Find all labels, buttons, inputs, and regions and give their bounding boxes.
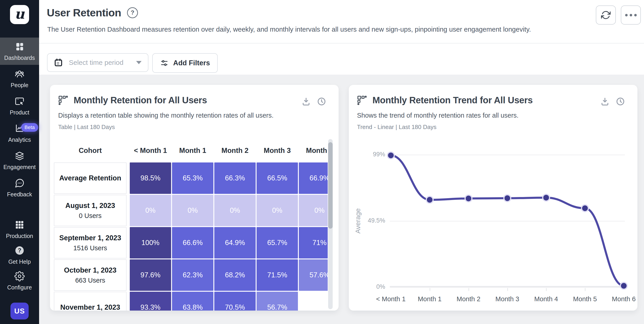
table-column-header: Month 3 [256,140,298,161]
retention-cell: 0% [130,195,171,226]
production-icon [14,220,25,230]
trend-line [391,155,624,286]
cohort-cell: September 1, 20231516 Users [54,227,126,258]
retention-cell: 71.5% [256,259,298,291]
retention-trend-card: Monthly Retention Trend for All Users Sh… [349,85,638,310]
retention-cell: 64.9% [214,227,256,258]
cohort-label: August 1, 2023 [66,202,115,210]
help-icon[interactable]: ? [127,7,138,18]
sidebar-item-configure[interactable]: Configure [0,268,39,294]
sidebar-item-product[interactable]: Product [0,92,39,119]
sidebar-item-label: Production [6,233,33,239]
app-logo-glyph: u [14,7,24,21]
calendar-icon [54,58,63,67]
widget-icon [58,95,68,105]
retention-cell: 66.6% [172,227,214,258]
cohort-label: October 1, 2023 [64,266,116,274]
add-filters-label: Add Filters [173,59,210,67]
table-column-header: Cohort [54,140,126,161]
retention-table-card: Monthly Retention for All Users Displays… [50,85,338,310]
data-point [504,195,511,202]
sidebar: u DashboardsPeopleProductAnalyticsBetaEn… [0,0,39,324]
retention-table: Cohort< Month 1Month 1Month 2Month 3Mont… [54,140,328,310]
retention-cell: 68.2% [214,259,256,291]
cohort-label: September 1, 2023 [59,234,121,242]
refresh-button[interactable] [596,6,616,25]
retention-cell: 56.7% [256,292,298,310]
retention-cell: 65.3% [172,163,214,194]
data-point [543,194,550,201]
data-point [465,195,472,202]
cohort-users: 663 Users [75,277,105,284]
people-icon [14,69,25,79]
sidebar-item-people[interactable]: People [0,65,39,92]
table-card-description: Displays a retention table showing the m… [58,112,274,119]
retention-cell: 57.6% [299,259,328,291]
time-period-placeholder: Select time period [69,59,130,66]
table-scrollbar-track[interactable] [328,139,333,309]
add-filters-button[interactable]: Add Filters [152,53,218,73]
user-avatar[interactable]: US [10,303,29,319]
page-title: User Retention [47,6,121,19]
cohort-cell: August 1, 20230 Users [54,195,126,226]
retention-cell: 71% [299,227,328,258]
table-column-header: < Month 1 [130,140,171,161]
sidebar-item-label: Get Help [8,258,31,265]
sidebar-item-get-help[interactable]: ?Get Help [0,242,39,268]
sidebar-item-feedback[interactable]: Feedback [0,174,39,201]
sidebar-item-label: Product [10,109,29,116]
sidebar-item-label: People [11,82,28,88]
app-logo[interactable]: u [10,5,29,24]
retention-cell: 0% [214,195,256,226]
retention-cell: 63.8% [172,292,214,310]
table-column-header: Month 2 [214,140,256,161]
retention-cell: 0% [172,195,214,226]
user-avatar-initials: US [14,307,25,315]
sidebar-item-label: Analytics [8,136,31,143]
sidebar-item-analytics[interactable]: AnalyticsBeta [0,119,39,147]
retention-cell: 100% [130,227,171,258]
sliders-icon [160,59,168,67]
cohort-label: Average Retention [59,174,121,182]
retention-cell: 93.3% [130,292,171,310]
dashboards-icon [14,41,25,52]
cohort-users: 1516 Users [74,244,107,252]
engagement-icon [14,151,25,161]
retention-cell: 0% [299,195,328,226]
time-period-select[interactable]: Select time period [47,53,148,72]
ellipsis-icon [625,14,637,16]
data-point [388,152,394,159]
more-options-button[interactable] [621,6,641,25]
cohort-users: 0 Users [79,212,102,220]
retention-cell: 62.3% [172,259,214,291]
sidebar-item-production[interactable]: Production [0,217,39,242]
sidebar-item-engagement[interactable]: Engagement [0,147,39,174]
retention-trend-chart: Average99%49.5%0%< Month 1Month 1Month 2… [349,85,638,310]
retention-cell: 66.5% [256,163,298,194]
sidebar-item-label: Engagement [4,164,36,171]
retention-cell: 98.5% [130,163,171,194]
page-header: User Retention ? The User Retention Dash… [39,0,644,44]
table-scrollbar-thumb[interactable] [328,142,333,229]
svg-text:?: ? [18,247,21,253]
table-column-header: Month 4 [299,140,328,161]
refresh-icon [601,10,610,20]
filter-bar: Select time period Add Filters [39,44,644,75]
sidebar-item-label: Dashboards [4,55,35,61]
sidebar-item-dashboards[interactable]: Dashboards [0,38,39,65]
cohort-cell: October 1, 2023663 Users [54,259,126,291]
data-point [620,282,627,289]
table-column-header: Month 1 [172,140,214,161]
clock-icon[interactable] [317,97,326,106]
download-icon[interactable] [301,97,311,106]
sidebar-nav-top: DashboardsPeopleProductAnalyticsBetaEnga… [0,38,39,201]
beta-badge: Beta [21,123,38,132]
cohort-label: November 1, 2023 [60,303,120,310]
cohort-cell: November 1, 2023 [54,292,126,310]
sidebar-nav-bottom: Production?Get HelpConfigure [0,217,39,294]
table-card-meta: Table | Last 180 Days [58,123,115,131]
retention-cell: 0% [256,195,298,226]
sidebar-item-label: Configure [7,284,32,291]
data-point [582,205,588,212]
retention-cell: 66.9% [299,163,328,194]
